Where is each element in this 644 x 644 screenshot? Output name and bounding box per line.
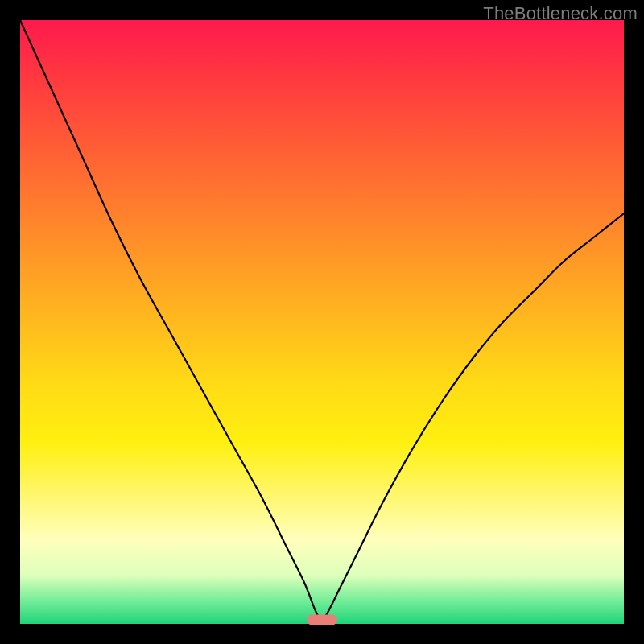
plot-area — [20, 20, 624, 624]
watermark-text: TheBottleneck.com — [483, 3, 638, 24]
chart-frame: TheBottleneck.com — [0, 0, 644, 644]
bottleneck-curve — [20, 20, 624, 624]
optimum-marker — [307, 614, 337, 625]
